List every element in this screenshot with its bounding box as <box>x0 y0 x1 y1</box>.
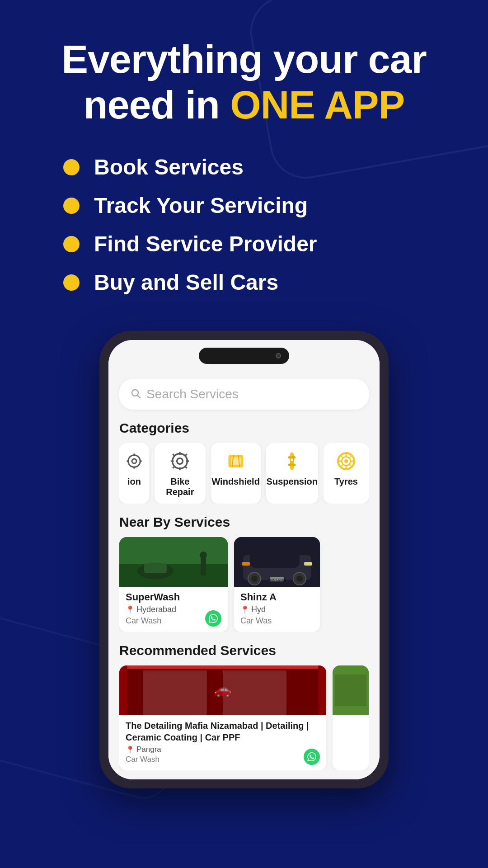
category-label-tyres: Tyres <box>334 476 358 487</box>
svg-rect-50 <box>304 562 312 566</box>
rec-type-detailing: Car Wash <box>126 755 320 764</box>
categories-section: Categories <box>119 420 369 504</box>
hero-title-line1: Everything your car <box>61 37 427 81</box>
category-card-tyres[interactable]: Tyres <box>324 443 369 504</box>
feature-list: Book Services Track Your Servicing Find … <box>63 155 461 295</box>
service-card-info-shinz: Shinz A 📍 Hyd Car Was <box>234 587 320 632</box>
hero-title-line2-white: need in <box>84 82 230 127</box>
svg-text:🚗: 🚗 <box>214 681 232 698</box>
svg-point-47 <box>251 576 258 582</box>
feature-text-4: Buy and Sell Cars <box>94 270 278 295</box>
phone-notch <box>199 348 289 364</box>
svg-point-2 <box>128 455 141 467</box>
service-location-shinz: 📍 Hyd <box>240 605 314 614</box>
service-type-shinz: Car Was <box>240 616 314 626</box>
windshield-icon <box>224 449 248 473</box>
suspension-icon <box>280 449 304 473</box>
svg-rect-45 <box>250 550 300 568</box>
search-icon <box>130 388 141 401</box>
page-content: Everything your car need in ONE APP Book… <box>0 0 488 807</box>
svg-point-25 <box>290 458 294 462</box>
feature-item-4: Buy and Sell Cars <box>63 270 461 295</box>
nearby-title: Near By Services <box>119 514 369 530</box>
phone-inner: Search Services Categories <box>108 340 380 779</box>
bullet-dot-1 <box>63 159 80 175</box>
svg-rect-58 <box>127 665 319 669</box>
svg-line-17 <box>185 454 187 457</box>
category-card-windshield[interactable]: Windshield <box>211 443 261 504</box>
service-name-shinz: Shinz A <box>240 591 314 603</box>
rec-city-detailing: Pangra <box>136 745 161 754</box>
svg-rect-56 <box>143 670 207 715</box>
svg-rect-40 <box>144 563 167 573</box>
recommended-title: Recommended Services <box>119 643 369 658</box>
service-card-shinz[interactable]: TS07JJ2000 Shinz A 📍 Hyd Car Was <box>234 537 320 632</box>
rec-card-partial[interactable] <box>333 665 369 770</box>
hero-title: Everything your car need in ONE APP <box>27 36 461 127</box>
feature-item-3: Find Service Provider <box>63 231 461 256</box>
phone-notch-area <box>108 340 380 372</box>
svg-line-15 <box>185 466 187 468</box>
service-name-superwash: SuperWash <box>126 591 221 603</box>
feature-item-1: Book Services <box>63 155 461 179</box>
svg-line-16 <box>173 466 175 468</box>
svg-rect-62 <box>335 675 366 706</box>
search-bar[interactable]: Search Services <box>119 379 369 410</box>
rec-card-img-partial <box>333 665 369 715</box>
svg-rect-41 <box>201 557 206 576</box>
svg-line-1 <box>138 396 141 398</box>
hero-title-highlight: ONE APP <box>230 82 404 127</box>
svg-point-28 <box>344 459 348 463</box>
service-city-shinz: Hyd <box>251 605 266 614</box>
rec-card-info-detailing: The Detailing Mafia Nizamabad | Detailin… <box>119 715 326 770</box>
svg-line-36 <box>349 456 352 458</box>
rec-card-detailing[interactable]: DETAILING MAFIA 🚗 The Detailing Mafia Ni… <box>119 665 326 770</box>
service-card-img-shinz: TS07JJ2000 <box>234 537 320 587</box>
hero-heading: Everything your car need in ONE APP <box>27 36 461 127</box>
svg-point-3 <box>132 459 136 463</box>
svg-rect-51 <box>242 562 250 566</box>
recommended-row: DETAILING MAFIA 🚗 The Detailing Mafia Ni… <box>119 665 369 770</box>
svg-point-49 <box>296 576 303 582</box>
categories-title: Categories <box>119 420 369 436</box>
feature-item-2: Track Your Servicing <box>63 193 461 218</box>
search-placeholder: Search Services <box>146 387 239 401</box>
bullet-dot-3 <box>63 236 80 252</box>
feature-text-3: Find Service Provider <box>94 231 317 256</box>
category-label-windshield: Windshield <box>211 476 259 487</box>
pin-icon-shinz: 📍 <box>240 605 249 614</box>
svg-line-14 <box>173 454 175 457</box>
svg-line-33 <box>341 456 343 458</box>
svg-point-9 <box>177 458 183 464</box>
bullet-dot-2 <box>63 198 80 214</box>
categories-row: ion <box>119 443 369 504</box>
pin-icon-superwash: 📍 <box>126 605 135 614</box>
service-card-superwash[interactable]: SuperWash 📍 Hyderabad Car Wash <box>119 537 228 632</box>
category-card-suspension[interactable]: Suspension <box>266 443 318 504</box>
app-screen: Search Services Categories <box>108 372 380 779</box>
category-label-partial: ion <box>127 476 141 487</box>
bike-repair-icon <box>168 449 192 473</box>
pin-icon-detailing: 📍 <box>126 745 135 754</box>
tyres-icon <box>334 449 358 473</box>
service-card-img-superwash <box>119 537 228 587</box>
svg-rect-38 <box>119 564 228 587</box>
service-city-superwash: Hyderabad <box>136 605 176 614</box>
category-card-partial[interactable]: ion <box>119 443 149 504</box>
svg-rect-57 <box>223 670 286 715</box>
camera-dot <box>276 353 281 359</box>
rec-name-detailing: The Detailing Mafia Nizamabad | Detailin… <box>126 720 320 743</box>
nearby-row: SuperWash 📍 Hyderabad Car Wash <box>119 537 369 632</box>
svg-text:TS07JJ2000: TS07JJ2000 <box>268 578 286 581</box>
svg-line-34 <box>349 464 352 467</box>
category-icon-partial <box>122 449 146 473</box>
svg-line-35 <box>341 464 343 467</box>
rec-card-img-detailing: DETAILING MAFIA 🚗 <box>119 665 326 715</box>
svg-rect-24 <box>288 464 296 467</box>
recommended-section: Recommended Services <box>119 643 369 770</box>
bullet-dot-4 <box>63 274 80 291</box>
category-label-suspension: Suspension <box>267 476 318 487</box>
category-card-bike-repair[interactable]: Bike Repair <box>155 443 206 504</box>
phone-container: Search Services Categories <box>27 331 461 807</box>
phone-mockup: Search Services Categories <box>99 331 389 788</box>
